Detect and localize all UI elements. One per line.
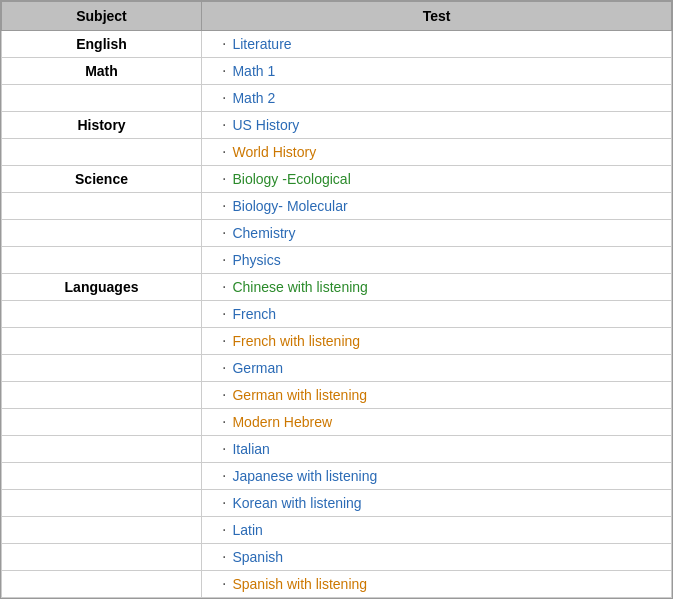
- subject-cell: [2, 571, 202, 598]
- subject-cell: [2, 409, 202, 436]
- test-cell: ·French: [202, 301, 672, 328]
- test-name: Chemistry: [232, 225, 295, 241]
- test-cell: ·World History: [202, 139, 672, 166]
- bullet-icon: ·: [222, 171, 226, 187]
- subject-cell: [2, 247, 202, 274]
- bullet-icon: ·: [222, 117, 226, 133]
- test-name: Latin: [232, 522, 262, 538]
- table-row: ·Physics: [2, 247, 672, 274]
- subject-cell: [2, 517, 202, 544]
- test-name: Korean with listening: [232, 495, 361, 511]
- bullet-icon: ·: [222, 495, 226, 511]
- test-cell: ·Japanese with listening: [202, 463, 672, 490]
- table-row: English·Literature: [2, 31, 672, 58]
- table-row: ·German: [2, 355, 672, 382]
- bullet-icon: ·: [222, 387, 226, 403]
- test-cell: ·Modern Hebrew: [202, 409, 672, 436]
- test-header: Test: [202, 2, 672, 31]
- subject-cell: [2, 463, 202, 490]
- bullet-icon: ·: [222, 225, 226, 241]
- test-name: Chinese with listening: [232, 279, 367, 295]
- table-row: History·US History: [2, 112, 672, 139]
- test-cell: ·Italian: [202, 436, 672, 463]
- test-name: German: [232, 360, 283, 376]
- subject-cell: [2, 436, 202, 463]
- subject-cell: [2, 139, 202, 166]
- test-cell: ·German: [202, 355, 672, 382]
- subject-cell: [2, 328, 202, 355]
- test-cell: ·Chinese with listening: [202, 274, 672, 301]
- bullet-icon: ·: [222, 576, 226, 592]
- test-cell: ·Spanish with listening: [202, 571, 672, 598]
- table-row: ·Modern Hebrew: [2, 409, 672, 436]
- test-cell: ·Chemistry: [202, 220, 672, 247]
- table-row: ·Chemistry: [2, 220, 672, 247]
- test-cell: ·Literature: [202, 31, 672, 58]
- bullet-icon: ·: [222, 522, 226, 538]
- subject-cell: [2, 193, 202, 220]
- test-name: US History: [232, 117, 299, 133]
- test-name: Modern Hebrew: [232, 414, 332, 430]
- subject-cell: Science: [2, 166, 202, 193]
- test-name: French with listening: [232, 333, 360, 349]
- test-name: French: [232, 306, 276, 322]
- test-cell: ·US History: [202, 112, 672, 139]
- subject-cell: [2, 301, 202, 328]
- test-name: Italian: [232, 441, 269, 457]
- test-cell: ·Biology- Molecular: [202, 193, 672, 220]
- test-cell: ·Biology -Ecological: [202, 166, 672, 193]
- bullet-icon: ·: [222, 63, 226, 79]
- test-name: Literature: [232, 36, 291, 52]
- table-row: ·Korean with listening: [2, 490, 672, 517]
- test-name: Physics: [232, 252, 280, 268]
- table-row: ·Japanese with listening: [2, 463, 672, 490]
- table-row: ·Math 2: [2, 85, 672, 112]
- test-cell: ·Spanish: [202, 544, 672, 571]
- table-row: ·Italian: [2, 436, 672, 463]
- subject-cell: [2, 382, 202, 409]
- subject-cell: [2, 85, 202, 112]
- bullet-icon: ·: [222, 36, 226, 52]
- subject-cell: [2, 490, 202, 517]
- subject-cell: [2, 355, 202, 382]
- bullet-icon: ·: [222, 90, 226, 106]
- table-row: Math·Math 1: [2, 58, 672, 85]
- test-name: Japanese with listening: [232, 468, 377, 484]
- subject-cell: [2, 220, 202, 247]
- test-name: Biology- Molecular: [232, 198, 347, 214]
- test-cell: ·Korean with listening: [202, 490, 672, 517]
- test-cell: ·French with listening: [202, 328, 672, 355]
- subject-cell: English: [2, 31, 202, 58]
- test-name: Math 2: [232, 90, 275, 106]
- test-cell: ·Latin: [202, 517, 672, 544]
- bullet-icon: ·: [222, 144, 226, 160]
- subject-cell: Math: [2, 58, 202, 85]
- table-row: ·French: [2, 301, 672, 328]
- bullet-icon: ·: [222, 441, 226, 457]
- table-row: ·German with listening: [2, 382, 672, 409]
- test-name: Spanish: [232, 549, 283, 565]
- bullet-icon: ·: [222, 468, 226, 484]
- table-row: Languages·Chinese with listening: [2, 274, 672, 301]
- test-name: German with listening: [232, 387, 367, 403]
- test-cell: ·Math 1: [202, 58, 672, 85]
- subject-cell: Languages: [2, 274, 202, 301]
- table-row: Science·Biology -Ecological: [2, 166, 672, 193]
- subject-header: Subject: [2, 2, 202, 31]
- table-row: ·World History: [2, 139, 672, 166]
- table-row: ·French with listening: [2, 328, 672, 355]
- subjects-table: Subject Test English·LiteratureMath·Math…: [1, 1, 672, 598]
- table-row: ·Spanish with listening: [2, 571, 672, 598]
- bullet-icon: ·: [222, 252, 226, 268]
- test-name: Spanish with listening: [232, 576, 367, 592]
- subject-cell: History: [2, 112, 202, 139]
- test-name: Biology -Ecological: [232, 171, 350, 187]
- table-row: ·Spanish: [2, 544, 672, 571]
- test-name: Math 1: [232, 63, 275, 79]
- bullet-icon: ·: [222, 279, 226, 295]
- bullet-icon: ·: [222, 333, 226, 349]
- bullet-icon: ·: [222, 360, 226, 376]
- test-name: World History: [232, 144, 316, 160]
- bullet-icon: ·: [222, 306, 226, 322]
- table-row: ·Latin: [2, 517, 672, 544]
